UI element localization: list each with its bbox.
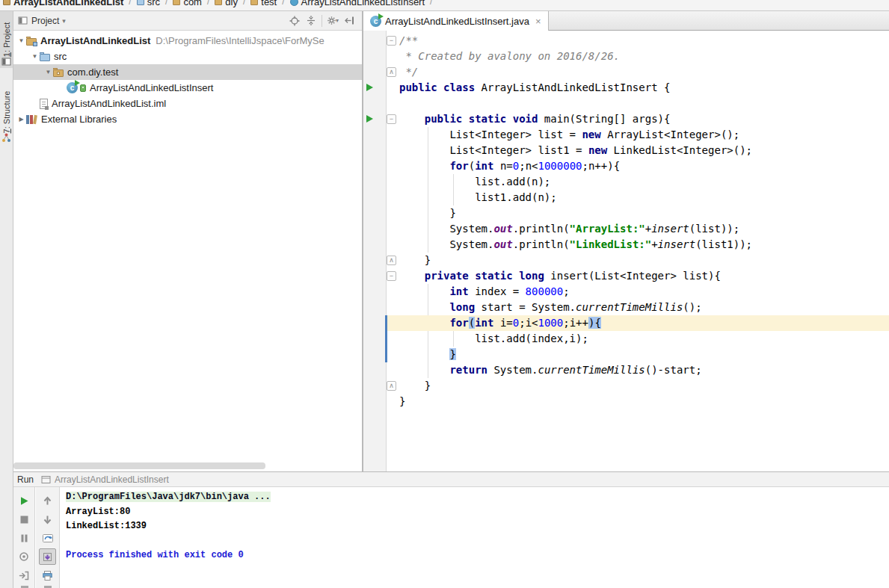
console-line: LinkedList:1339	[66, 519, 889, 534]
editor-tab[interactable]: c ArrayListAndLinkedListInsert.java ×	[363, 11, 549, 31]
code-line[interactable]: long start = System.currentTimeMillis();	[363, 300, 889, 315]
next-trace-button[interactable]	[39, 511, 56, 527]
code-line[interactable]: }	[363, 347, 889, 362]
tree-item-path: D:\ProgramFiles\IntelliJspace\ForMySe	[156, 35, 324, 46]
settings-button[interactable]: ▾	[324, 13, 341, 28]
code-line[interactable]: − private static long insert(List<Intege…	[363, 268, 889, 284]
code-line[interactable]: int index = 800000;	[363, 284, 889, 300]
tree-row[interactable]: ▼ArrayListAndLinkedListD:\ProgramFiles\I…	[13, 33, 362, 49]
code-line[interactable]	[363, 96, 889, 111]
tree-row[interactable]: ▼com.diy.test	[13, 64, 362, 80]
code-line-caret[interactable]: for(int i=0;i<1000;i++){	[363, 315, 889, 331]
breadcrumb-item[interactable]: ArrayListAndLinkedListInsert	[290, 0, 425, 7]
structure-tool-icon	[1, 132, 11, 143]
code-line[interactable]: ∧ }	[363, 253, 889, 268]
code-line[interactable]: List<Integer> list1 = new LinkedList<Int…	[363, 143, 889, 158]
collapse-all-button[interactable]	[303, 13, 319, 28]
breadcrumb-separator: /	[129, 0, 131, 7]
fold-marker-icon[interactable]: −	[387, 271, 396, 281]
chevron-down-icon: ▾	[336, 17, 339, 24]
code-line[interactable]: for(int n=0;n<1000000;n++){	[363, 158, 889, 174]
code-line[interactable]: System.out.println("ArrayList:"+insert(l…	[363, 221, 889, 237]
folder-icon	[173, 0, 180, 5]
code-line[interactable]: System.out.println("LinkedList:"+insert(…	[363, 237, 889, 253]
fold-marker-icon[interactable]: ∧	[387, 256, 396, 265]
tree-toggle-icon[interactable]: ▶	[16, 116, 26, 123]
project-horizontal-scrollbar[interactable]	[13, 462, 362, 470]
class-icon	[290, 0, 298, 6]
run-console-tab[interactable]: ArrayListAndLinkedListInsert	[41, 474, 169, 485]
code-line[interactable]: ∧ }	[363, 378, 889, 394]
tree-toggle-icon[interactable]: ▼	[16, 37, 26, 44]
tree-toggle-icon[interactable]: ▼	[30, 53, 40, 60]
collapse-all-icon	[306, 15, 316, 26]
restore-layout-button[interactable]	[39, 530, 56, 546]
fold-marker-icon[interactable]: −	[387, 114, 396, 124]
project-folder-icon	[26, 38, 37, 46]
project-folder-icon	[3, 0, 10, 5]
tool-window-tab-structure[interactable]: 7: Structure	[0, 80, 13, 144]
hide-panel-icon	[344, 15, 354, 26]
code-line[interactable]: return System.currentTimeMillis()-start;	[363, 362, 889, 378]
run-line-marker-icon[interactable]	[366, 84, 373, 91]
stop-button[interactable]	[16, 511, 33, 527]
prev-trace-button[interactable]	[39, 492, 56, 509]
locate-button[interactable]	[286, 13, 303, 28]
project-panel-title: Project	[31, 16, 59, 26]
run-panel-header: Run ArrayListAndLinkedListInsert	[13, 471, 889, 487]
editor-tab-title: ArrayListAndLinkedListInsert.java	[385, 16, 529, 27]
tree-item-label: External Libraries	[41, 114, 117, 125]
scrollbar-thumb[interactable]	[13, 462, 265, 469]
breadcrumb-item[interactable]: src	[137, 0, 160, 7]
fold-marker-icon[interactable]: −	[387, 36, 396, 46]
tree-item-label: src	[54, 51, 67, 62]
tree-row[interactable]: cArrayListAndLinkedListInsert	[13, 80, 362, 96]
exit-button[interactable]	[16, 567, 33, 584]
scroll-to-end-button[interactable]	[39, 548, 56, 565]
code-line[interactable]: list.add(index,i);	[363, 331, 889, 347]
close-icon[interactable]: ×	[535, 16, 541, 26]
code-line[interactable]: list1.add(n);	[363, 190, 889, 205]
pause-output-button[interactable]	[16, 530, 33, 546]
tool-window-tab-project[interactable]: 1: Project	[0, 11, 13, 68]
code-line[interactable]: − public static void main(String[] args)…	[363, 111, 889, 127]
code-line[interactable]: * Created by avalony on 2016/8/26.	[363, 49, 889, 64]
code-line[interactable]: list.add(n);	[363, 174, 889, 190]
code-line[interactable]: ∧ */	[363, 64, 889, 80]
breadcrumb-separator: /	[282, 0, 284, 7]
print-button[interactable]	[39, 567, 56, 584]
ide-window: ArrayListAndLinkedList/src/com/diy/test/…	[0, 0, 889, 588]
breadcrumb-separator: /	[430, 0, 432, 7]
snapshot-button[interactable]	[16, 548, 33, 565]
rerun-button[interactable]	[16, 492, 33, 509]
breadcrumb-item[interactable]: diy	[215, 0, 238, 7]
breadcrumb-item[interactable]: com	[173, 0, 202, 7]
project-panel-header: Project ▾ ▾	[13, 11, 362, 31]
console-line: D:\ProgramFiles\Java\jdk7\bin\java ...	[66, 490, 889, 505]
tree-toggle-icon[interactable]: ▼	[43, 69, 53, 75]
code-line[interactable]: }	[363, 394, 889, 409]
run-badge-icon	[80, 84, 86, 92]
breadcrumb-item[interactable]: ArrayListAndLinkedList	[3, 0, 123, 7]
run-tab-title: ArrayListAndLinkedListInsert	[55, 474, 169, 485]
tree-item-label: ArrayListAndLinkedList.iml	[52, 98, 166, 109]
tree-row[interactable]: ArrayListAndLinkedList.iml	[13, 96, 362, 111]
breadcrumb-item[interactable]: test	[250, 0, 277, 7]
fold-marker-icon[interactable]: ∧	[387, 381, 396, 391]
chevron-down-icon[interactable]: ▾	[62, 17, 66, 25]
stop-icon	[19, 514, 30, 525]
code-area[interactable]: −/** * Created by avalony on 2016/8/26.∧…	[363, 31, 889, 471]
project-panel: Project ▾ ▾ ▼ArrayListAndLinkedListD:\Pr…	[13, 11, 363, 471]
code-line[interactable]: }	[363, 205, 889, 221]
console-output[interactable]: D:\ProgramFiles\Java\jdk7\bin\java ...Ar…	[61, 487, 889, 588]
prev-trace-icon	[42, 495, 53, 507]
code-line[interactable]: public class ArrayListAndLinkedListInser…	[363, 80, 889, 96]
code-line[interactable]: −/**	[363, 33, 889, 49]
fold-marker-icon[interactable]: ∧	[387, 67, 396, 77]
hide-panel-button[interactable]	[341, 13, 357, 28]
run-line-marker-icon[interactable]	[366, 115, 373, 123]
tree-row[interactable]: ▼src	[13, 49, 362, 64]
tree-row[interactable]: ▶External Libraries	[13, 111, 362, 127]
code-line[interactable]: List<Integer> list = new ArrayList<Integ…	[363, 127, 889, 143]
run-overlay-icon	[378, 13, 384, 19]
